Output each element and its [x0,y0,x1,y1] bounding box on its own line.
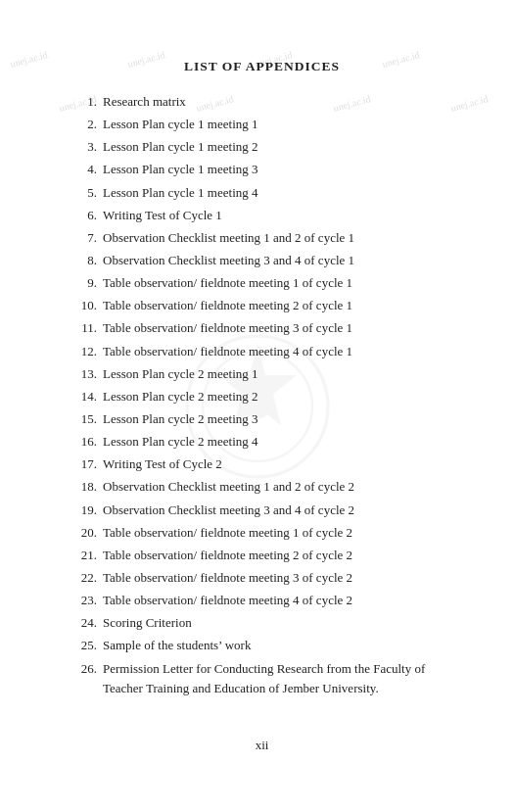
item-text: Table observation/ fieldnote meeting 1 o… [103,523,450,543]
item-continuation: Teacher Training and Education of Jember… [73,679,450,698]
item-text: Lesson Plan cycle 2 meeting 4 [103,432,450,452]
item-number: 20. [73,523,103,543]
list-item: 21.Table observation/ fieldnote meeting … [73,546,450,565]
list-item: 11.Table observation/ fieldnote meeting … [73,318,450,338]
item-text: Lesson Plan cycle 1 meeting 1 [103,115,450,134]
item-number: 2. [73,115,103,134]
list-item: 7.Observation Checklist meeting 1 and 2 … [73,228,450,248]
item-number: 25. [73,636,103,655]
list-item: 24.Scoring Criterion [73,613,450,633]
item-number: 4. [73,160,103,179]
item-number: 22. [73,568,103,588]
item-text: Observation Checklist meeting 3 and 4 of… [103,251,450,270]
item-number: 11. [73,318,103,338]
item-number: 1. [73,92,103,112]
list-item: 10.Table observation/ fieldnote meeting … [73,296,450,315]
item-number: 13. [73,364,103,384]
item-text: Table observation/ fieldnote meeting 2 o… [103,296,450,315]
item-text: Table observation/ fieldnote meeting 1 o… [103,273,450,293]
item-text: Table observation/ fieldnote meeting 4 o… [103,342,450,361]
list-item: 26.Permission Letter for Conducting Rese… [73,659,450,679]
item-number: 9. [73,273,103,293]
item-number: 21. [73,546,103,565]
item-number: 6. [73,206,103,225]
list-item: 23.Table observation/ fieldnote meeting … [73,591,450,610]
list-item: 9.Table observation/ fieldnote meeting 1… [73,273,450,293]
item-text: Scoring Criterion [103,613,450,633]
item-number: 16. [73,432,103,452]
item-number: 14. [73,387,103,406]
item-number: 24. [73,613,103,633]
list-item: 6.Writing Test of Cycle 1 [73,206,450,225]
item-number: 7. [73,228,103,248]
item-text: Observation Checklist meeting 3 and 4 of… [103,501,450,520]
list-item: 17.Writing Test of Cycle 2 [73,454,450,474]
item-text: Lesson Plan cycle 1 meeting 2 [103,137,450,157]
item-text: Sample of the students’ work [103,636,450,655]
item-number: 12. [73,342,103,361]
item-text: Lesson Plan cycle 2 meeting 3 [103,409,450,429]
list-item: 2.Lesson Plan cycle 1 meeting 1 [73,115,450,134]
list-item: 12.Table observation/ fieldnote meeting … [73,342,450,361]
item-number: 8. [73,251,103,270]
list-item: 4.Lesson Plan cycle 1 meeting 3 [73,160,450,179]
list-item: 20.Table observation/ fieldnote meeting … [73,523,450,543]
item-text: Observation Checklist meeting 1 and 2 of… [103,477,450,497]
item-number: 17. [73,454,103,474]
list-item: 8.Observation Checklist meeting 3 and 4 … [73,251,450,270]
item-number: 15. [73,409,103,429]
list-item: 5.Lesson Plan cycle 1 meeting 4 [73,183,450,203]
list-item: 1.Research matrix [73,92,450,112]
list-item: 18.Observation Checklist meeting 1 and 2… [73,477,450,497]
page-content: LIST OF APPENDICES 1.Research matrix2.Le… [0,0,514,812]
item-number: 26. [73,659,103,679]
list-item: 15.Lesson Plan cycle 2 meeting 3 [73,409,450,429]
item-text: Lesson Plan cycle 2 meeting 1 [103,364,450,384]
item-number: 3. [73,137,103,157]
page-number: xii [73,738,450,753]
list-item: 3.Lesson Plan cycle 1 meeting 2 [73,137,450,157]
item-number: 5. [73,183,103,203]
item-number: 23. [73,591,103,610]
list-item: 19.Observation Checklist meeting 3 and 4… [73,501,450,520]
item-text: Table observation/ fieldnote meeting 3 o… [103,568,450,588]
item-text: Lesson Plan cycle 1 meeting 3 [103,160,450,179]
list-item: 14.Lesson Plan cycle 2 meeting 2 [73,387,450,406]
item-text: Observation Checklist meeting 1 and 2 of… [103,228,450,248]
item-number: 19. [73,501,103,520]
item-text: Research matrix [103,92,450,112]
page-title: LIST OF APPENDICES [73,59,450,74]
item-text: Lesson Plan cycle 1 meeting 4 [103,183,450,203]
list-item: 22.Table observation/ fieldnote meeting … [73,568,450,588]
item-text: Table observation/ fieldnote meeting 4 o… [103,591,450,610]
item-text: Permission Letter for Conducting Researc… [103,659,450,679]
item-text: Table observation/ fieldnote meeting 3 o… [103,318,450,338]
list-item: 13.Lesson Plan cycle 2 meeting 1 [73,364,450,384]
list-item: 25.Sample of the students’ work [73,636,450,655]
item-number: 10. [73,296,103,315]
list-item: 16.Lesson Plan cycle 2 meeting 4 [73,432,450,452]
item-text: Writing Test of Cycle 1 [103,206,450,225]
appendix-list: 1.Research matrix2.Lesson Plan cycle 1 m… [73,92,450,698]
item-text: Writing Test of Cycle 2 [103,454,450,474]
item-number: 18. [73,477,103,497]
item-text: Table observation/ fieldnote meeting 2 o… [103,546,450,565]
item-text: Lesson Plan cycle 2 meeting 2 [103,387,450,406]
